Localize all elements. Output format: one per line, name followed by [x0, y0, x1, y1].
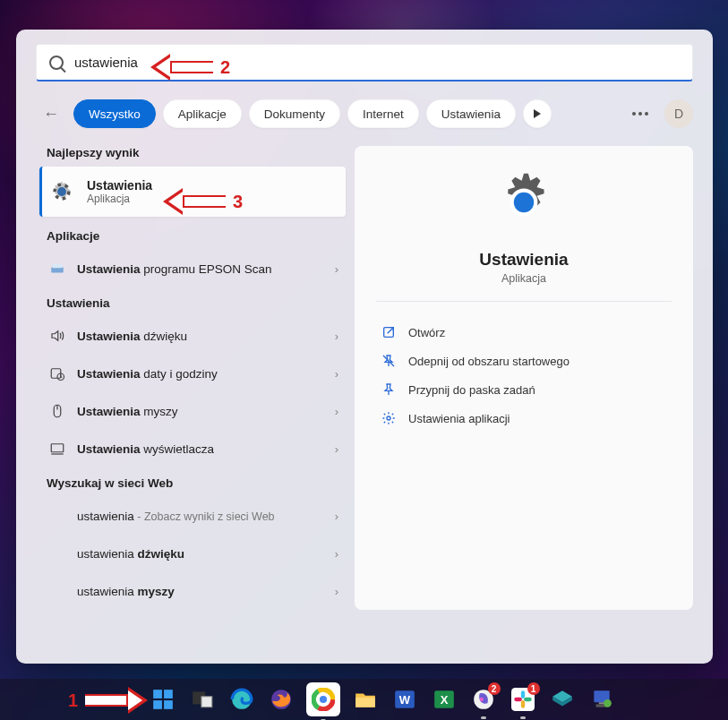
action-label: Przypnij do paska zadań	[408, 383, 535, 397]
settings-result-mouse[interactable]: Ustawienia myszy ›	[47, 392, 344, 430]
chevron-right-icon: ›	[335, 585, 338, 598]
word-icon[interactable]: W	[390, 685, 419, 714]
svg-text:X: X	[440, 693, 448, 707]
firefox-icon[interactable]	[267, 685, 295, 714]
pin-icon	[381, 382, 396, 397]
svg-rect-20	[201, 697, 211, 707]
user-avatar[interactable]: D	[664, 99, 693, 128]
start-search-panel: ← Wszystko Aplikacje Dokumenty Internet …	[16, 30, 713, 664]
excel-icon[interactable]: X	[430, 685, 458, 714]
svg-rect-37	[520, 690, 524, 699]
filter-bar: ← Wszystko Aplikacje Dokumenty Internet …	[36, 96, 693, 132]
action-label: Ustawienia aplikacji	[408, 412, 510, 425]
result-text: Ustawienia wyświetlacza	[77, 442, 214, 456]
search-icon	[49, 56, 64, 70]
annotation-arrow-1: 1	[61, 687, 148, 714]
open-icon	[381, 325, 396, 339]
preview-pane: Ustawienia Aplikacja Otwórz Odepnij od o…	[355, 146, 693, 610]
result-text: ustawienia myszy	[77, 585, 175, 598]
result-text: Ustawienia daty i godziny	[77, 367, 218, 381]
chevron-right-icon: ›	[335, 367, 338, 381]
app-icon-1[interactable]	[548, 685, 577, 714]
svg-rect-40	[524, 698, 532, 701]
annotation-number: 1	[68, 690, 78, 711]
scanner-icon	[48, 261, 66, 277]
chevron-right-icon: ›	[335, 547, 338, 561]
annotation-number: 2	[220, 57, 230, 78]
svg-rect-15	[153, 690, 162, 699]
app-result-item[interactable]: Ustawienia programu EPSON Scan ›	[47, 250, 344, 287]
chrome-icon[interactable]	[306, 682, 340, 716]
preview-title: Ustawienia	[479, 250, 568, 270]
svg-point-11	[514, 193, 534, 212]
copilot-icon[interactable]: 2	[469, 685, 498, 714]
search-icon	[48, 510, 66, 521]
svg-rect-38	[514, 698, 522, 701]
mouse-icon	[48, 403, 66, 419]
svg-point-44	[604, 699, 612, 707]
action-open[interactable]: Otwórz	[355, 318, 693, 347]
settings-result-display[interactable]: Ustawienia wyświetlacza ›	[47, 430, 344, 467]
edge-icon[interactable]	[227, 685, 256, 714]
chevron-right-icon: ›	[335, 330, 338, 343]
action-label: Odepnij od obszaru startowego	[408, 355, 570, 368]
play-icon	[534, 109, 541, 118]
section-apps: Aplikacje	[47, 229, 344, 243]
app-icon-2[interactable]	[587, 685, 616, 714]
action-app-settings[interactable]: Ustawienia aplikacji	[355, 404, 693, 433]
datetime-icon	[48, 365, 66, 381]
sound-icon	[48, 328, 66, 344]
chevron-right-icon: ›	[335, 262, 338, 276]
svg-rect-17	[153, 700, 162, 709]
svg-point-14	[387, 416, 390, 420]
section-web: Wyszukaj w sieci Web	[47, 476, 344, 490]
explorer-icon[interactable]	[351, 685, 380, 714]
svg-text:W: W	[398, 693, 410, 707]
result-text: Ustawienia myszy	[77, 405, 178, 418]
divider	[376, 301, 672, 302]
web-result-item[interactable]: ustawienia - Zobacz wyniki z sieci Web ›	[47, 497, 344, 535]
svg-rect-16	[164, 690, 173, 699]
action-pin-taskbar[interactable]: Przypnij do paska zadań	[355, 375, 693, 404]
web-result-item[interactable]: ustawienia myszy ›	[47, 572, 344, 610]
action-label: Otwórz	[408, 326, 445, 339]
best-match-title: Ustawienia	[87, 178, 152, 193]
filter-all[interactable]: Wszystko	[73, 99, 156, 128]
svg-rect-39	[520, 700, 524, 708]
filter-apps[interactable]: Aplikacje	[163, 99, 242, 128]
web-result-item[interactable]: ustawienia dźwięku ›	[47, 535, 344, 572]
best-match-subtitle: Aplikacja	[87, 193, 152, 205]
search-icon	[48, 548, 66, 559]
result-text: Ustawienia dźwięku	[77, 330, 187, 343]
svg-rect-8	[51, 444, 64, 452]
start-button[interactable]	[149, 685, 177, 714]
annotation-number: 3	[233, 192, 243, 212]
filter-internet[interactable]: Internet	[347, 99, 419, 128]
svg-rect-29	[355, 698, 375, 707]
results-column: Najlepszy wynik Ustawienia Aplikacja Apl…	[47, 146, 344, 610]
slack-icon[interactable]: 1	[509, 685, 537, 714]
back-button[interactable]: ←	[36, 99, 66, 129]
svg-point-35	[479, 698, 483, 701]
settings-result-datetime[interactable]: Ustawienia daty i godziny ›	[47, 355, 344, 392]
badge: 2	[488, 682, 501, 695]
badge: 1	[527, 682, 540, 695]
gear-icon	[49, 179, 74, 204]
settings-result-sound[interactable]: Ustawienia dźwięku ›	[47, 317, 344, 355]
taskview-button[interactable]	[188, 685, 217, 714]
search-box[interactable]	[36, 44, 693, 81]
display-icon	[48, 441, 66, 457]
section-best-match: Najlepszy wynik	[47, 146, 344, 159]
chevron-right-icon: ›	[335, 405, 338, 418]
preview-subtitle: Aplikacja	[501, 272, 546, 285]
overflow-menu[interactable]	[632, 112, 648, 116]
filter-settings[interactable]: Ustawienia	[426, 99, 516, 128]
svg-rect-3	[53, 264, 63, 269]
filter-more[interactable]	[523, 99, 552, 128]
annotation-arrow-3: 3	[163, 188, 250, 215]
svg-rect-18	[164, 700, 173, 709]
filter-documents[interactable]: Dokumenty	[249, 99, 340, 128]
action-unpin-start[interactable]: Odepnij od obszaru startowego	[355, 347, 693, 375]
gear-icon	[381, 411, 396, 425]
svg-rect-2	[51, 268, 64, 273]
